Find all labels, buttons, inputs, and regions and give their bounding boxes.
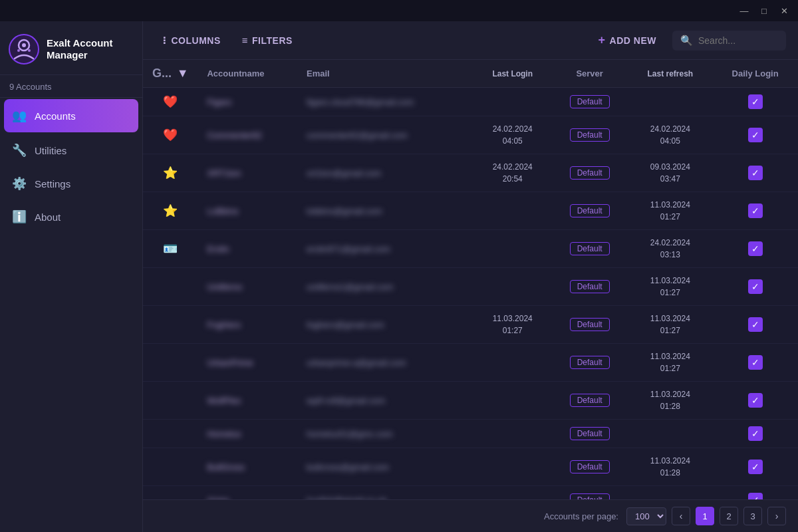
row-last-refresh: 11.03.202401:28 xyxy=(628,448,712,486)
daily-login-checkbox[interactable]: ✓ xyxy=(748,426,763,441)
row-daily-login[interactable]: ✓ xyxy=(712,486,798,500)
row-last-login xyxy=(474,230,551,268)
daily-login-checkbox[interactable]: ✓ xyxy=(748,317,763,332)
row-last-login xyxy=(474,486,551,500)
app-logo-icon xyxy=(8,33,40,65)
daily-login-checkbox[interactable]: ✓ xyxy=(748,355,763,370)
table-row: UrbanPrimeurbanprime-a@gmail.comDefault1… xyxy=(143,344,798,382)
row-last-login xyxy=(474,344,551,382)
row-last-login xyxy=(474,420,551,448)
row-server: Default xyxy=(551,448,628,486)
prev-page-button[interactable]: ‹ xyxy=(672,507,690,525)
daily-login-checkbox[interactable]: ✓ xyxy=(748,128,763,142)
row-last-login xyxy=(474,382,551,420)
col-group-label: G... xyxy=(152,66,172,80)
accounts-icon: 👥 xyxy=(12,108,27,123)
daily-login-checkbox[interactable]: ✓ xyxy=(748,94,763,109)
account-type-icon: ⭐ xyxy=(163,204,178,217)
server-badge: Default xyxy=(570,242,610,255)
sidebar-header: Exalt Account Manager xyxy=(0,21,142,75)
table-body: ❤️Figarofigaro.cloud786@gmail.comDefault… xyxy=(143,88,798,500)
row-icon: ❤️ xyxy=(143,116,198,154)
daily-login-checkbox[interactable]: ✓ xyxy=(748,166,763,180)
server-badge: Default xyxy=(570,204,610,217)
server-badge: Default xyxy=(570,356,610,369)
minimize-button[interactable]: — xyxy=(735,4,753,17)
account-type-icon: 🪪 xyxy=(163,242,178,255)
col-server: Server xyxy=(551,60,628,88)
row-daily-login[interactable]: ✓ xyxy=(712,268,798,306)
columns-label: COLUMNS xyxy=(172,35,221,46)
page-2-button[interactable]: 2 xyxy=(720,507,738,525)
daily-login-checkbox[interactable]: ✓ xyxy=(748,460,763,474)
app-layout: Exalt Account Manager 9 Accounts 👥 Accou… xyxy=(0,21,798,532)
server-badge: Default xyxy=(570,318,610,331)
columns-button[interactable]: ⫶ COLUMNS xyxy=(155,31,227,51)
page-1-button[interactable]: 1 xyxy=(696,507,714,525)
row-last-refresh xyxy=(628,486,712,500)
sidebar-app-title: Exalt Account Manager xyxy=(47,37,134,61)
row-daily-login[interactable]: ✓ xyxy=(712,154,798,192)
server-badge: Default xyxy=(570,427,610,440)
row-daily-login[interactable]: ✓ xyxy=(712,230,798,268)
settings-icon: ⚙️ xyxy=(12,176,27,191)
row-server: Default xyxy=(551,306,628,344)
filters-button[interactable]: ≡ FILTERS xyxy=(235,31,299,50)
row-icon xyxy=(143,486,198,500)
row-daily-login[interactable]: ✓ xyxy=(712,306,798,344)
row-last-refresh: 09.03.202403:47 xyxy=(628,154,712,192)
sidebar-nav: 👥 Accounts 🔧 Utilities ⚙️ Settings ℹ️ Ab… xyxy=(0,98,142,233)
row-accountname: Erolin xyxy=(198,230,297,268)
row-daily-login[interactable]: ✓ xyxy=(712,344,798,382)
maximize-button[interactable]: □ xyxy=(755,4,773,17)
row-server: Default xyxy=(551,154,628,192)
sidebar-item-settings-label: Settings xyxy=(35,178,70,190)
next-page-button[interactable]: › xyxy=(767,507,786,525)
search-input[interactable] xyxy=(698,35,778,46)
search-box: 🔍 xyxy=(672,31,786,51)
sidebar-item-utilities[interactable]: 🔧 Utilities xyxy=(0,134,142,167)
row-email: huxfish@gmail.co.uk xyxy=(297,486,474,500)
per-page-label: Accounts per page: xyxy=(544,511,618,521)
accounts-table-container: G... ▼ Accountname Email Last Login Serv… xyxy=(143,60,798,499)
daily-login-checkbox[interactable]: ✓ xyxy=(748,203,763,218)
daily-login-checkbox[interactable]: ✓ xyxy=(748,279,763,294)
row-server: Default xyxy=(551,116,628,154)
daily-login-checkbox[interactable]: ✓ xyxy=(748,241,763,256)
add-new-button[interactable]: + ADD NEW xyxy=(591,29,664,51)
page-3-button[interactable]: 3 xyxy=(743,507,762,525)
row-daily-login[interactable]: ✓ xyxy=(712,116,798,154)
row-email: erolin971@gmail.com xyxy=(297,230,474,268)
sidebar-item-accounts[interactable]: 👥 Accounts xyxy=(4,99,138,132)
row-last-login: 24.02.202420:54 xyxy=(474,154,551,192)
server-badge: Default xyxy=(570,280,610,293)
utilities-icon: 🔧 xyxy=(12,143,27,158)
row-accountname: UrbanPrime xyxy=(198,344,297,382)
col-group[interactable]: G... ▼ xyxy=(143,60,198,88)
accounts-table: G... ▼ Accountname Email Last Login Serv… xyxy=(143,60,798,499)
per-page-select[interactable]: 100 10 25 50 xyxy=(626,507,666,525)
row-daily-login[interactable]: ✓ xyxy=(712,382,798,420)
row-accountname: BullGross xyxy=(198,448,297,486)
row-daily-login[interactable]: ✓ xyxy=(712,420,798,448)
filters-icon: ≡ xyxy=(242,35,248,46)
row-last-refresh: 24.02.202404:05 xyxy=(628,116,712,154)
row-daily-login[interactable]: ✓ xyxy=(712,448,798,486)
table-row: ⭐LoBbinslobbins@gmail.comDefault11.03.20… xyxy=(143,192,798,230)
row-daily-login[interactable]: ✓ xyxy=(712,88,798,116)
row-icon: ⭐ xyxy=(143,154,198,192)
row-last-login: 11.03.202401:27 xyxy=(474,306,551,344)
col-email: Email xyxy=(297,60,474,88)
row-email: unitferno1@gmail.com xyxy=(297,268,474,306)
sidebar-item-about[interactable]: ℹ️ About xyxy=(0,200,142,233)
daily-login-checkbox[interactable]: ✓ xyxy=(748,393,763,408)
sidebar-item-settings[interactable]: ⚙️ Settings xyxy=(0,167,142,200)
columns-icon: ⫶ xyxy=(162,35,168,47)
titlebar: — □ ✕ xyxy=(0,0,798,21)
row-email: commenter62@gmail.com xyxy=(297,116,474,154)
add-icon: + xyxy=(598,33,606,47)
close-button[interactable]: ✕ xyxy=(775,4,793,17)
filters-label: FILTERS xyxy=(252,35,293,46)
row-daily-login[interactable]: ✓ xyxy=(712,192,798,230)
daily-login-checkbox[interactable]: ✓ xyxy=(748,493,763,499)
